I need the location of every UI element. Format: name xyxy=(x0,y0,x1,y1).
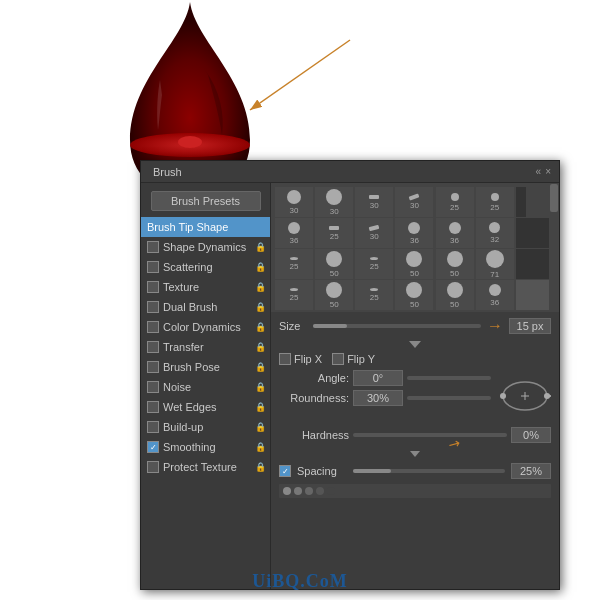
svg-point-1 xyxy=(178,136,202,148)
angle-slider[interactable] xyxy=(407,376,491,380)
brush-cell-2-1[interactable]: 36 xyxy=(275,218,313,248)
sidebar-item-buildup[interactable]: Build-up 🔒 xyxy=(141,417,270,437)
spacing-dot-2 xyxy=(294,487,302,495)
brush-cell-4-5[interactable]: 50 xyxy=(436,280,474,310)
spacing-checkbox[interactable]: ✓ xyxy=(279,465,291,477)
brush-cell-3-3[interactable]: 25 xyxy=(355,249,393,279)
panel-collapse-btn[interactable]: « xyxy=(536,166,542,177)
sidebar-item-dual-brush[interactable]: Dual Brush 🔒 xyxy=(141,297,270,317)
lock-icon-shape-dynamics: 🔒 xyxy=(255,242,266,252)
brush-cell-2-3[interactable]: 30 xyxy=(355,218,393,248)
brush-cell-3-5[interactable]: 50 xyxy=(436,249,474,279)
sidebar-label-wet-edges: Wet Edges xyxy=(163,401,264,413)
sidebar-item-brush-pose[interactable]: Brush Pose 🔒 xyxy=(141,357,270,377)
lock-icon-noise: 🔒 xyxy=(255,382,266,392)
brush-cell-4-4[interactable]: 50 xyxy=(395,280,433,310)
brush-cell-1-1[interactable]: 30 xyxy=(275,187,313,217)
brush-cell-2-2[interactable]: 25 xyxy=(315,218,353,248)
angle-wheel[interactable]: ↗ xyxy=(499,370,551,422)
lock-icon-texture: 🔒 xyxy=(255,282,266,292)
sidebar-item-scattering[interactable]: Scattering 🔒 xyxy=(141,257,270,277)
hardness-triangle-area xyxy=(271,446,559,460)
brush-cell-1-4[interactable]: 30 xyxy=(395,187,433,217)
triangle-handle[interactable] xyxy=(409,341,421,348)
sidebar-item-wet-edges[interactable]: Wet Edges 🔒 xyxy=(141,397,270,417)
spacing-slider-fill xyxy=(353,469,391,473)
size-label: Size xyxy=(279,320,307,332)
checkbox-scattering[interactable] xyxy=(147,261,159,273)
brush-cell-3-1[interactable]: 25 xyxy=(275,249,313,279)
brush-cell-4-3[interactable]: 25 xyxy=(355,280,393,310)
checkbox-shape-dynamics[interactable] xyxy=(147,241,159,253)
sidebar-item-color-dynamics[interactable]: Color Dynamics 🔒 xyxy=(141,317,270,337)
brush-cell-2-6[interactable]: 32 xyxy=(476,218,514,248)
sidebar-label-dual-brush: Dual Brush xyxy=(163,301,264,313)
spacing-label: Spacing xyxy=(297,465,347,477)
checkbox-protect-texture[interactable] xyxy=(147,461,159,473)
flip-y-option[interactable]: Flip Y xyxy=(332,353,375,365)
lock-icon-wet-edges: 🔒 xyxy=(255,402,266,412)
brushes-grid: 30 30 30 30 25 xyxy=(271,183,559,312)
spacing-slider[interactable] xyxy=(353,469,505,473)
sidebar-item-smoothing[interactable]: ✓ Smoothing 🔒 xyxy=(141,437,270,457)
flip-x-label: Flip X xyxy=(294,353,322,365)
lock-icon-protect-texture: 🔒 xyxy=(255,462,266,472)
sidebar-item-transfer[interactable]: Transfer 🔒 xyxy=(141,337,270,357)
size-slider-area: Size → 15 px xyxy=(271,312,559,338)
checkbox-transfer[interactable] xyxy=(147,341,159,353)
panel-close-btn[interactable]: × xyxy=(545,166,551,177)
brush-cell-2-4[interactable]: 36 xyxy=(395,218,433,248)
sidebar-item-protect-texture[interactable]: Protect Texture 🔒 xyxy=(141,457,270,477)
hardness-slider[interactable] xyxy=(353,433,507,437)
checkbox-texture[interactable] xyxy=(147,281,159,293)
brush-cell-3-4[interactable]: 50 xyxy=(395,249,433,279)
brush-cell-1-2[interactable]: 30 xyxy=(315,187,353,217)
sidebar-item-brush-tip-shape[interactable]: Brush Tip Shape xyxy=(141,217,270,237)
checkbox-wet-edges[interactable] xyxy=(147,401,159,413)
checkbox-color-dynamics[interactable] xyxy=(147,321,159,333)
checkbox-dual-brush[interactable] xyxy=(147,301,159,313)
angle-controls: Angle: 0° Roundness: 30% xyxy=(279,370,491,406)
brush-cell-3-6[interactable]: 71 xyxy=(476,249,514,279)
spacing-value[interactable]: 25% xyxy=(511,463,551,479)
sidebar-item-shape-dynamics[interactable]: Shape Dynamics 🔒 xyxy=(141,237,270,257)
brush-scrollbar[interactable] xyxy=(549,183,559,312)
checkbox-brush-pose[interactable] xyxy=(147,361,159,373)
brush-panel: Brush « × Brush Presets Brush Tip Shape … xyxy=(140,160,560,590)
checkbox-noise[interactable] xyxy=(147,381,159,393)
svg-line-2 xyxy=(250,40,350,110)
brush-cell-3-2[interactable]: 50 xyxy=(315,249,353,279)
sidebar-item-texture[interactable]: Texture 🔒 xyxy=(141,277,270,297)
brush-cell-4-6[interactable]: 36 xyxy=(476,280,514,310)
spacing-dot-3 xyxy=(305,487,313,495)
lock-icon-color-dynamics: 🔒 xyxy=(255,322,266,332)
spacing-dot-1 xyxy=(283,487,291,495)
hardness-triangle[interactable] xyxy=(410,451,420,457)
size-value[interactable]: 15 px xyxy=(509,318,551,334)
brush-scrollbar-thumb[interactable] xyxy=(550,184,558,212)
brush-cell-1-6[interactable]: 25 xyxy=(476,187,514,217)
angle-input[interactable]: 0° xyxy=(353,370,403,386)
panel-tab-brush[interactable]: Brush xyxy=(149,164,186,180)
brush-cell-4-1[interactable]: 25 xyxy=(275,280,313,310)
flip-x-checkbox[interactable] xyxy=(279,353,291,365)
brush-presets-btn[interactable]: Brush Presets xyxy=(151,191,261,211)
svg-point-5 xyxy=(500,393,506,399)
hardness-value[interactable]: 0% xyxy=(511,427,551,443)
roundness-row: Roundness: 30% xyxy=(279,390,491,406)
brush-cell-1-3[interactable]: 30 xyxy=(355,187,393,217)
flip-y-checkbox[interactable] xyxy=(332,353,344,365)
checkbox-smoothing[interactable]: ✓ xyxy=(147,441,159,453)
brush-cell-4-2[interactable]: 50 xyxy=(315,280,353,310)
triangle-handle-area xyxy=(271,338,559,350)
flip-y-label: Flip Y xyxy=(347,353,375,365)
flip-x-option[interactable]: Flip X xyxy=(279,353,322,365)
brush-cell-2-5[interactable]: 36 xyxy=(436,218,474,248)
brush-cell-1-5[interactable]: 25 xyxy=(436,187,474,217)
roundness-input[interactable]: 30% xyxy=(353,390,403,406)
sidebar-label-texture: Texture xyxy=(163,281,264,293)
size-slider[interactable] xyxy=(313,324,481,328)
sidebar-item-noise[interactable]: Noise 🔒 xyxy=(141,377,270,397)
checkbox-buildup[interactable] xyxy=(147,421,159,433)
roundness-slider[interactable] xyxy=(407,396,491,400)
